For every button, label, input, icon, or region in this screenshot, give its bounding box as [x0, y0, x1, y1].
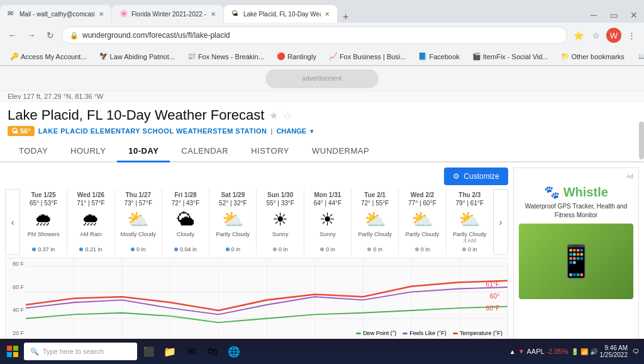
day-weather-icon-1: 🌧: [69, 209, 113, 230]
tab-today[interactable]: TODAY: [8, 141, 59, 162]
settings-button[interactable]: ⋮: [624, 28, 639, 43]
reading-list[interactable]: 📖 Reading list: [633, 51, 644, 62]
forecast-day-7[interactable]: Tue 2/1 72° | 55°F ⛅ Partly Cloudy 0 in: [352, 189, 399, 255]
forecast-day-3[interactable]: Fri 1/28 72° | 43°F 🌥 Cloudy 0.04 in: [162, 189, 209, 255]
file-explorer-button[interactable]: 📁: [160, 341, 180, 361]
battery-icon: 🔋: [571, 348, 579, 355]
arrow-up-icon[interactable]: ▲: [509, 348, 516, 355]
tab-close-florida[interactable]: ✕: [211, 11, 216, 18]
reload-button[interactable]: ↻: [43, 28, 58, 43]
dewpoint-color: [356, 333, 361, 334]
day-date-2: Thu 1/27: [116, 191, 160, 198]
bookmark-button[interactable]: ☆: [589, 28, 604, 43]
wifi-icon: 📶: [580, 348, 588, 355]
svg-text:61°F: 61°F: [486, 281, 500, 288]
back-button[interactable]: ←: [5, 28, 20, 43]
extensions-button[interactable]: ⭐: [571, 28, 586, 43]
bookmark-rantingly-icon: 🔴: [277, 52, 286, 60]
day-weather-icon-8: ⛅: [400, 209, 444, 230]
store-icon: 🛍: [208, 346, 218, 357]
url-bar[interactable]: 🔒 wunderground.com/forecast/us/fl/lake-p…: [62, 26, 567, 44]
svg-text:60°: 60°: [490, 293, 499, 300]
star-outline-icon[interactable]: ☆: [283, 110, 292, 122]
star-icon[interactable]: ★: [269, 110, 278, 122]
customize-bar: ⚙ Customize: [5, 168, 508, 185]
taskbar-clock[interactable]: 9:46 AM 1/25/2022: [600, 344, 628, 358]
forecast-day-9[interactable]: Thu 2/3 79° | 61°F ⛅ Partly Cloudy3 AM 0…: [447, 189, 493, 255]
bookmark-access[interactable]: 🔑 Access My Account...: [5, 51, 92, 62]
forecast-day-8[interactable]: Wed 2/2 77° | 60°F ⛅ Partly Cloudy 0 in: [399, 189, 446, 255]
legend-temperature: Temperature (°F): [453, 330, 502, 336]
tab-hourly[interactable]: HOURLY: [59, 141, 117, 162]
bookmark-foxbiz[interactable]: 📈 Fox Business | Busi...: [324, 51, 411, 62]
new-tab-button[interactable]: +: [338, 11, 353, 23]
window-maximize[interactable]: ▭: [604, 8, 624, 23]
temperature-badge: 🌤 56°: [8, 126, 35, 136]
taskbar-search-bar[interactable]: 🔍 Type here to search: [24, 343, 137, 360]
forecast-day-4[interactable]: Sat 1/29 52° | 32°F ⛅ Partly Cloudy 0 in: [209, 189, 257, 255]
tab-weather[interactable]: 🌤 Lake Placid, FL 10-Day Weather F... ✕: [224, 5, 337, 23]
forward-button[interactable]: →: [24, 28, 39, 43]
scrollbar[interactable]: [639, 122, 644, 159]
forecast-day-1[interactable]: Wed 1/26 71° | 57°F 🌧 AM Rain 0.21 in: [67, 189, 114, 255]
tab-close-weather[interactable]: ✕: [325, 11, 330, 18]
bookmark-law[interactable]: 🦅 Law Abiding Patriot...: [94, 51, 180, 62]
tab-close-mail[interactable]: ✕: [99, 11, 104, 18]
battery-wifi-area: 🔋 📶 🔊: [571, 348, 597, 355]
y-label-80: 80 F: [6, 261, 26, 267]
day-weather-icon-2: ⛅: [116, 209, 160, 230]
tab-wundermap[interactable]: WUNDERMAP: [301, 141, 380, 162]
day-weather-icon-3: 🌥: [164, 209, 208, 230]
day-desc-1: AM Rain: [69, 231, 113, 246]
elevation-info: Elev 127 ft, 27.29 °N, 81.36 °W: [0, 91, 644, 102]
forecast-day-6[interactable]: Mon 1/31 64° | 44°F ☀ Sunny 0 in: [304, 189, 352, 255]
forecast-area: ⚙ Customize ‹ Tue 1/25 65° | 53°F 🌧 PM S…: [5, 168, 508, 364]
chrome-taskbar-button[interactable]: 🌐: [224, 341, 244, 361]
change-link[interactable]: CHANGE: [276, 127, 306, 135]
windows-start-button[interactable]: [3, 341, 23, 361]
forecast-day-5[interactable]: Sun 1/30 55° | 33°F ☀ Sunny 0 in: [257, 189, 304, 255]
customize-button[interactable]: ⚙ Customize: [444, 168, 508, 185]
window-close[interactable]: ✕: [624, 8, 644, 23]
store-taskbar-button[interactable]: 🛍: [203, 341, 223, 361]
bookmark-rantingly[interactable]: 🔴 Rantingly: [272, 51, 321, 62]
tab-history[interactable]: HISTORY: [240, 141, 301, 162]
task-view-button[interactable]: ⬛: [138, 341, 158, 361]
phone-icon: 📱: [557, 243, 596, 280]
profile-button[interactable]: W: [606, 28, 621, 43]
tab-mail[interactable]: ✉ Mail - walt_cathy@comcast.net -... ✕: [0, 5, 111, 23]
address-bar-row: ← → ↻ 🔒 wunderground.com/forecast/us/fl/…: [0, 23, 644, 48]
taskbar-search-icon: 🔍: [30, 348, 39, 356]
day-date-8: Wed 2/2: [400, 191, 444, 198]
day-date-5: Sun 1/30: [258, 191, 302, 198]
other-bookmarks[interactable]: 📁 Other bookmarks: [556, 51, 630, 62]
temperature-color: [453, 333, 458, 334]
whistle-logo-icon: 🐾: [544, 185, 560, 199]
tab-calendar[interactable]: CALENDAR: [170, 141, 240, 162]
bookmark-itemfix-icon: 🎬: [472, 52, 481, 60]
forecast-day-0[interactable]: Tue 1/25 65° | 53°F 🌧 PM Showers 0.37 in: [20, 189, 67, 255]
window-minimize[interactable]: ─: [584, 8, 604, 23]
forecast-day-2[interactable]: Thu 1/27 73° | 57°F ⛅ Mostly Cloudy 0 in: [115, 189, 162, 255]
tab-florida[interactable]: 🌸 Florida Winter 2021-2022 - Page... ✕: [112, 5, 223, 23]
ad-logo: 🐾 Whistle: [519, 185, 633, 200]
ad-label: Ad: [519, 173, 633, 179]
ad-product-image[interactable]: 📱: [519, 224, 633, 299]
mail-taskbar-button[interactable]: ✉: [181, 341, 201, 361]
scroll-left-button[interactable]: ‹: [5, 189, 20, 255]
tab-10day[interactable]: 10-DAY: [117, 141, 170, 162]
scroll-right-button[interactable]: ›: [493, 189, 508, 255]
mail-taskbar-icon: ✉: [187, 346, 196, 358]
day-date-6: Mon 1/31: [306, 191, 350, 198]
customize-label: Customize: [464, 172, 499, 181]
system-tray: ▲: [509, 348, 516, 355]
notification-button[interactable]: 🗨: [630, 348, 641, 355]
bookmark-itemfix-label: ItemFix - Social Vid...: [483, 53, 548, 60]
station-name[interactable]: LAKE PLACID ELEMENTARY SCHOOL WEATHERSTE…: [38, 127, 267, 135]
chevron-down-icon[interactable]: ▾: [310, 127, 314, 135]
bookmark-fox[interactable]: 📰 Fox News - Breakin...: [182, 51, 269, 62]
bookmarks-bar: 🔑 Access My Account... 🦅 Law Abiding Pat…: [0, 48, 644, 65]
bookmark-facebook[interactable]: 📘 Facebook: [413, 51, 464, 62]
bookmark-itemfix[interactable]: 🎬 ItemFix - Social Vid...: [467, 51, 553, 62]
svg-rect-26: [7, 352, 12, 357]
